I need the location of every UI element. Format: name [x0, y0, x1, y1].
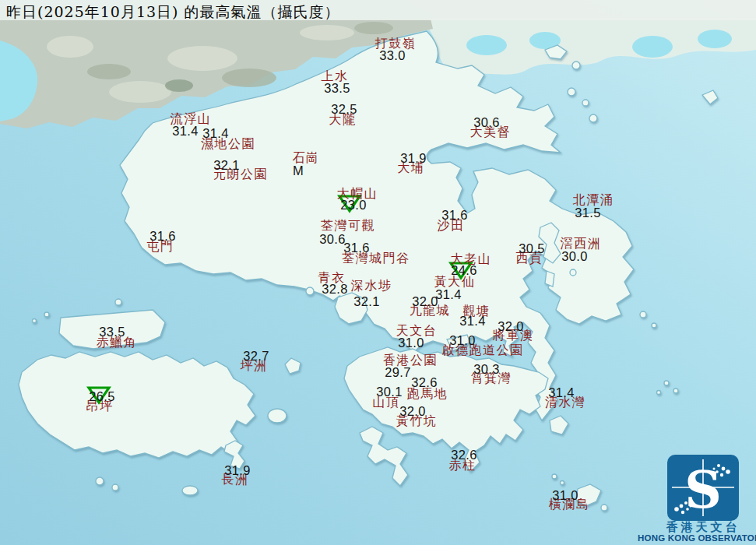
station-value: 31.0 [398, 336, 424, 350]
station-label: 深水埗 [351, 278, 392, 294]
hong-kong-map [0, 0, 756, 545]
station-value: 33.5 [324, 81, 350, 96]
station-value: 31.9 [400, 151, 426, 166]
hko-name-english: HONG KONG OBSERVATORY [638, 533, 756, 543]
station-value: 33.5 [99, 325, 125, 339]
station-value: 23.0 [340, 198, 366, 213]
station-value: M [293, 164, 304, 178]
station-value: 32.0 [399, 404, 425, 419]
station-value: 32.6 [411, 375, 437, 390]
station-value: 24.6 [451, 263, 476, 278]
station-value: 31.6 [343, 241, 369, 255]
station-value: 30.6 [319, 232, 345, 247]
station-value: 32.1 [353, 294, 379, 309]
station-value: 30.6 [473, 115, 499, 130]
station-value: 32.8 [322, 282, 347, 297]
station-value: 31.4 [172, 124, 198, 139]
station-value: 30.3 [473, 362, 499, 377]
station-value: 31.6 [149, 229, 175, 244]
station-value: 31.9 [224, 463, 250, 478]
station-value: 32.5 [331, 102, 357, 117]
station-value: 31.4 [548, 385, 574, 400]
station-value: 31.4 [435, 287, 461, 302]
station-value: 31.0 [552, 488, 578, 503]
station-value: 30.5 [519, 241, 544, 256]
station-value: 33.0 [379, 48, 405, 63]
station-value: 32.7 [243, 349, 269, 364]
station-value: 30.1 [376, 385, 402, 399]
station-value: 31.5 [575, 206, 600, 220]
station-value: 30.0 [561, 249, 587, 264]
station-value: 32.0 [412, 294, 438, 309]
svg-text:S: S [684, 459, 722, 520]
station-value: 31.0 [449, 333, 475, 348]
hko-logo-icon: S [667, 455, 739, 521]
station-value: 32.6 [451, 448, 476, 462]
hko-max-temperature-map: 昨日(2025年10月13日) 的最高氣溫（攝氏度） 33.0打鼓嶺33.5上水… [0, 0, 756, 545]
station-value: 31.4 [459, 314, 485, 329]
waglan-island [552, 474, 557, 479]
station-value: 29.7 [385, 365, 410, 380]
station-value: 32.0 [498, 319, 523, 334]
map-title: 昨日(2025年10月13日) 的最高氣溫（攝氏度） [6, 2, 340, 23]
station-value: 26.5 [89, 389, 114, 404]
station-value: 32.1 [213, 158, 239, 173]
station-value: 31.6 [441, 208, 467, 223]
station-value: 31.4 [202, 126, 228, 141]
